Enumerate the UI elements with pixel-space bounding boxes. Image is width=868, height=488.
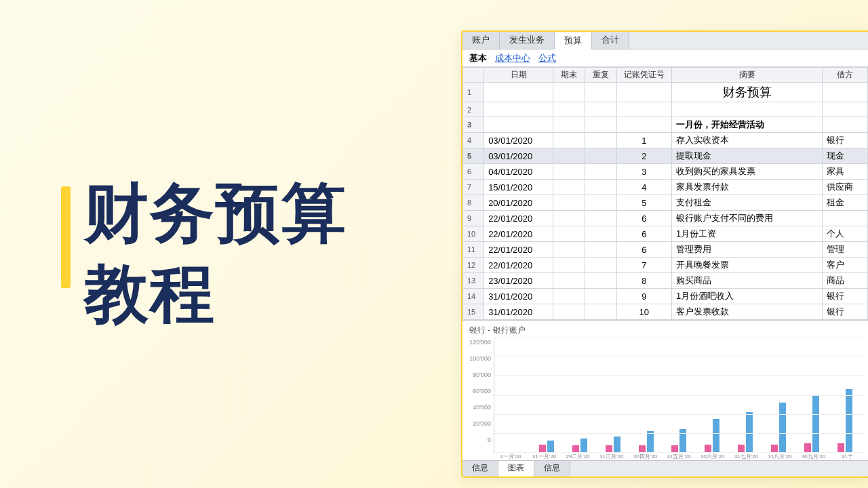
grid-data-row-13[interactable]: 1323/01/20208购买商品商品 — [463, 273, 868, 289]
top-tab-1[interactable]: 发生业务 — [500, 32, 555, 49]
bar-A-10[interactable] — [837, 443, 844, 452]
chart-plot[interactable] — [494, 338, 864, 453]
grid-data-row-12[interactable]: 1222/01/20207开具晚餐发票客户 — [463, 258, 868, 273]
grid-title-row[interactable]: 1财务预算 — [463, 83, 868, 102]
col-repeat[interactable]: 重复 — [585, 68, 617, 83]
grid-data-row-10[interactable]: 1022/01/202061月份工资个人 — [463, 226, 868, 242]
col-summary[interactable]: 摘要 — [671, 68, 822, 83]
title-line-2: 教程 — [84, 253, 347, 334]
budget-grid[interactable]: 日期 期末 重复 记账凭证号 摘要 借方 1财务预算23一月份，开始经营活动40… — [462, 67, 868, 320]
top-tab-3[interactable]: 合计 — [592, 32, 629, 49]
chart-y-axis: 120'000100'00080'00060'00040'00020'0000 — [467, 338, 494, 453]
col-period[interactable]: 期末 — [553, 68, 585, 83]
grid-data-row-7[interactable]: 715/01/20204家具发票付款供应商 — [463, 180, 868, 195]
grid-empty-row[interactable]: 2 — [463, 102, 868, 117]
top-tab-2[interactable]: 预算 — [555, 33, 592, 49]
grid-data-row-15[interactable]: 1531/01/202010客户发票收款银行 — [463, 304, 868, 320]
bar-A-4[interactable] — [639, 445, 646, 452]
grid-data-row-14[interactable]: 1431/01/202091月份酒吧收入银行 — [463, 289, 868, 304]
bar-A-6[interactable] — [705, 445, 711, 452]
bar-A-7[interactable] — [738, 445, 745, 452]
rownum-header — [463, 68, 484, 83]
chart-pane: 银行 - 银行账户 120'000100'00080'00060'00040'0… — [462, 320, 868, 460]
grid-data-row-6[interactable]: 604/01/20203收到购买的家具发票家具 — [463, 164, 868, 180]
chart-title: 银行 - 银行账户 — [467, 323, 864, 338]
grid-data-row-8[interactable]: 820/01/20205支付租金租金 — [463, 195, 868, 211]
bottom-tab-0[interactable]: 信息 — [462, 461, 498, 476]
bar-A-1[interactable] — [539, 445, 546, 452]
bar-B-10[interactable] — [846, 389, 852, 452]
col-doc[interactable]: 记账凭证号 — [616, 68, 671, 83]
top-tab-0[interactable]: 账户 — [462, 32, 500, 49]
app-window: 账户发生业务预算合计 基本成本中心公式 日期 期末 重复 记账凭证号 摘要 借方… — [461, 30, 868, 478]
grid-header-row: 日期 期末 重复 记账凭证号 摘要 借方 — [463, 68, 868, 83]
bar-B-1[interactable] — [547, 441, 554, 452]
bar-B-2[interactable] — [580, 439, 587, 452]
bottom-tab-1[interactable]: 图表 — [498, 461, 534, 476]
bar-B-3[interactable] — [614, 436, 620, 452]
bottom-tab-bar: 信息图表信息 — [462, 460, 868, 476]
bar-A-5[interactable] — [671, 445, 678, 452]
title-line-1: 财务预算 — [84, 173, 347, 253]
grid-data-row-4[interactable]: 403/01/20201存入实收资本银行 — [463, 133, 868, 148]
chart-area[interactable]: 120'000100'00080'00060'00040'00020'0000 — [467, 338, 864, 453]
sub-tab-1[interactable]: 成本中心 — [495, 52, 530, 64]
bar-B-7[interactable] — [746, 412, 753, 452]
grid-section-row[interactable]: 3一月份，开始经营活动 — [463, 117, 868, 133]
bar-B-8[interactable] — [779, 403, 786, 452]
bar-A-8[interactable] — [771, 445, 778, 452]
grid-data-row-5[interactable]: 503/01/20202提取现金现金 — [463, 148, 868, 164]
grid-data-row-11[interactable]: 1122/01/20206管理费用管理 — [463, 242, 868, 258]
bar-A-3[interactable] — [606, 445, 612, 452]
bar-A-9[interactable] — [804, 443, 811, 452]
sub-tab-bar: 基本成本中心公式 — [462, 49, 868, 67]
top-tab-bar: 账户发生业务预算合计 — [462, 32, 868, 49]
bar-B-4[interactable] — [647, 431, 654, 452]
chart-x-axis: 1一月'2031一月'2029二月'2031三月'2030四月'2031五月'2… — [467, 453, 864, 460]
accent-bar — [61, 186, 71, 288]
page-title-block: 财务预算 教程 — [61, 173, 347, 334]
bar-A-2[interactable] — [572, 445, 579, 452]
sub-tab-2[interactable]: 公式 — [538, 52, 556, 64]
bar-B-6[interactable] — [713, 419, 719, 452]
page-title: 财务预算 教程 — [84, 173, 347, 334]
bar-B-9[interactable] — [812, 395, 819, 453]
grid-data-row-9[interactable]: 922/01/20206银行账户支付不同的费用 — [463, 211, 868, 226]
col-date[interactable]: 日期 — [484, 68, 553, 83]
bottom-tab-2[interactable]: 信息 — [534, 461, 570, 476]
col-debit[interactable]: 借方 — [823, 68, 868, 83]
sub-tab-0[interactable]: 基本 — [469, 52, 487, 64]
